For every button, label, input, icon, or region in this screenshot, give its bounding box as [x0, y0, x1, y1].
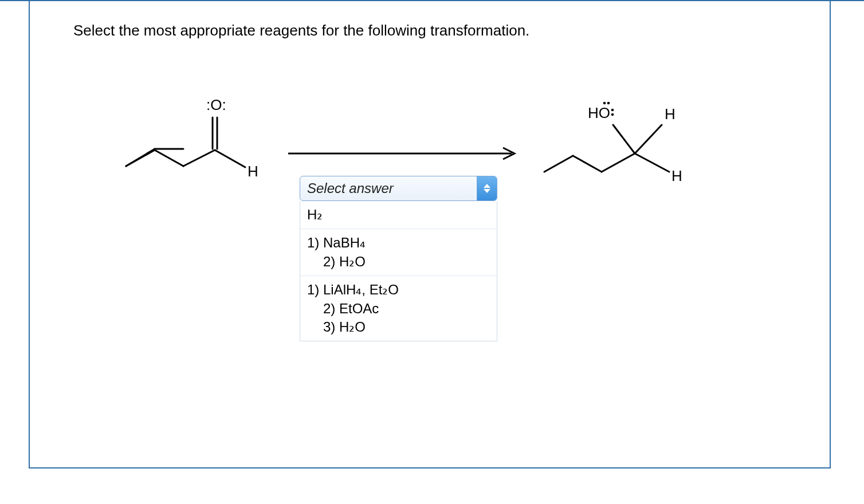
- option-text: H₂: [307, 207, 323, 222]
- svg-line-12: [613, 125, 635, 153]
- dropdown-placeholder: Select answer: [300, 176, 477, 200]
- svg-line-4: [183, 150, 215, 166]
- reactant-o-label: :O:: [206, 96, 226, 113]
- chevron-down-icon: [484, 189, 490, 193]
- option-text-line1: 1) LiAlH₄, Et₂O: [307, 282, 399, 297]
- reactant-h-label: H: [248, 163, 258, 180]
- dropdown-options-list: H₂ 1) NaBH₄ 2) H₂O 1) LiAlH₄, Et₂O 2) Et…: [300, 201, 497, 341]
- svg-line-3: [155, 150, 183, 166]
- dropdown-option-nabh4[interactable]: 1) NaBH₄ 2) H₂O: [300, 229, 497, 275]
- svg-line-7: [215, 150, 245, 167]
- option-text-line3: 3) H₂O: [307, 318, 490, 336]
- reaction-arrow-icon: [285, 142, 526, 167]
- svg-line-9: [544, 156, 573, 172]
- reactant-structure: :O: H: [115, 92, 298, 197]
- product-h-top-label: H: [665, 105, 676, 123]
- svg-point-18: [611, 113, 614, 116]
- dropdown-toggle-button[interactable]: [477, 176, 497, 200]
- option-text-line2: 2) EtOAc: [307, 300, 490, 318]
- svg-line-10: [573, 156, 602, 172]
- product-h-right-label: H: [671, 167, 682, 184]
- product-structure: HO H H: [533, 92, 728, 203]
- question-prompt: Select the most appropriate reagents for…: [73, 22, 529, 40]
- svg-line-14: [635, 153, 669, 172]
- svg-point-15: [603, 102, 606, 105]
- svg-point-16: [607, 102, 610, 105]
- svg-line-13: [635, 125, 662, 153]
- svg-line-2: [126, 150, 155, 166]
- dropdown-option-lialh4[interactable]: 1) LiAlH₄, Et₂O 2) EtOAc 3) H₂O: [300, 275, 497, 341]
- dropdown-option-h2[interactable]: H₂: [300, 201, 497, 229]
- svg-line-11: [602, 153, 635, 172]
- dropdown-select-box[interactable]: Select answer: [300, 176, 497, 201]
- reagent-dropdown[interactable]: Select answer H₂ 1) NaBH₄ 2) H₂O 1) LiAl…: [300, 176, 497, 341]
- product-ho-label: HO: [588, 104, 610, 121]
- svg-point-17: [611, 109, 614, 112]
- chevron-up-icon: [484, 184, 490, 188]
- option-text-line1: 1) NaBH₄: [307, 235, 366, 250]
- option-text-line2: 2) H₂O: [307, 253, 490, 271]
